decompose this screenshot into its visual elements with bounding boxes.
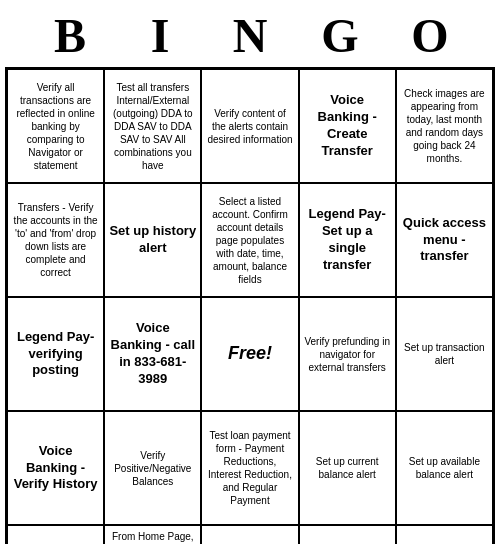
- letter-i: I: [115, 8, 205, 63]
- cell-23: Set up insufficient funds alert: [299, 525, 396, 544]
- cell-4: Check images are appearing from today, l…: [396, 69, 493, 183]
- cell-2: Verify content of the alerts contain des…: [201, 69, 298, 183]
- cell-15: Voice Banking - Verify History: [7, 411, 104, 525]
- cell-17: Test loan payment form - Payment Reducti…: [201, 411, 298, 525]
- letter-g: G: [295, 8, 385, 63]
- cell-3: Voice Banking - Create Transfer: [299, 69, 396, 183]
- cell-22: Voice Banking - Verify posting of transf…: [201, 525, 298, 544]
- cell-13: Verify prefunding in navigator for exter…: [299, 297, 396, 411]
- cell-8: Legend Pay- Set up a single transfer: [299, 183, 396, 297]
- letter-o: O: [385, 8, 475, 63]
- cell-16: Verify Positive/Negative Balances: [104, 411, 201, 525]
- cell-21: From Home Page, verify all accounts show…: [104, 525, 201, 544]
- cell-10: Legend Pay- verifying posting: [7, 297, 104, 411]
- cell-14: Set up transaction alert: [396, 297, 493, 411]
- cell-12-free: Free!: [201, 297, 298, 411]
- bingo-title: B I N G O: [0, 0, 500, 67]
- cell-7: Select a listed account. Confirm account…: [201, 183, 298, 297]
- cell-0: Verify all transactions are reflected in…: [7, 69, 104, 183]
- cell-5: Transfers - Verify the accounts in the '…: [7, 183, 104, 297]
- cell-19: Set up available balance alert: [396, 411, 493, 525]
- cell-6: Set up history alert: [104, 183, 201, 297]
- cell-18: Set up current balance alert: [299, 411, 396, 525]
- cell-20: Expand a transaction with a check image …: [7, 525, 104, 544]
- cell-11: Voice Banking - call in 833-681-3989: [104, 297, 201, 411]
- cell-1: Test all transfers Internal/External (ou…: [104, 69, 201, 183]
- letter-b: B: [25, 8, 115, 63]
- bingo-grid: Verify all transactions are reflected in…: [5, 67, 495, 544]
- cell-24: Voice Banking - Verify Balance: [396, 525, 493, 544]
- cell-9: Quick access menu - transfer: [396, 183, 493, 297]
- letter-n: N: [205, 8, 295, 63]
